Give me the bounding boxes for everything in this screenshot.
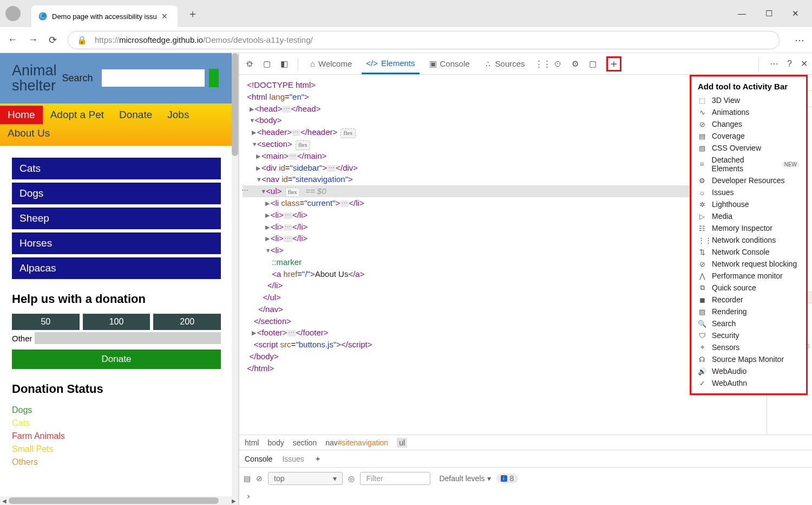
log-level-select[interactable]: Default levels▾	[439, 474, 490, 483]
devtools-activity-bar: ⯐ ▢ ◧ ⌂Welcome </>Elements ▣Console ⛬Sou…	[239, 53, 812, 75]
issues-badge[interactable]: i8	[496, 474, 519, 483]
profile-avatar[interactable]	[5, 6, 21, 21]
more-tools-item-coverage[interactable]: ▤Coverage	[691, 130, 806, 142]
nav-item-about-us[interactable]: About Us	[0, 124, 57, 143]
tool-icon: ✓	[698, 379, 706, 387]
site-navigation: HomeAdopt a PetDonateJobsAbout Us	[0, 103, 233, 146]
console-context-select[interactable]: top▾	[268, 472, 343, 485]
close-tab-icon[interactable]: ✕	[161, 12, 168, 21]
more-tools-item-3d-view[interactable]: ⬚3D View	[691, 94, 806, 106]
device-emulation-icon[interactable]: ▢	[261, 59, 273, 69]
close-window-icon[interactable]: ✕	[792, 9, 799, 18]
more-tools-item-network-request-blocking[interactable]: ⊘Network request blocking	[691, 258, 806, 270]
help-icon[interactable]: ?	[787, 59, 792, 69]
more-tools-item-developer-resources[interactable]: ⚙Developer Resources	[691, 174, 806, 186]
more-tools-item-network-conditions[interactable]: ⋮⋮Network conditions	[691, 234, 806, 246]
tab-title: Demo page with accessibility issu	[52, 12, 157, 21]
tab-console[interactable]: ▣Console	[425, 54, 474, 74]
more-tools-item-css-overview[interactable]: ▧CSS Overview	[691, 142, 806, 154]
window-titlebar: Demo page with accessibility issu ✕ ＋ — …	[0, 0, 812, 27]
more-tools-item-webauthn[interactable]: ✓WebAuthn	[691, 377, 806, 389]
network-icon[interactable]: ⋮⋮	[535, 59, 547, 69]
nav-item-adopt-a-pet[interactable]: Adopt a Pet	[43, 106, 112, 124]
amount-button[interactable]: 100	[83, 314, 150, 330]
more-tools-item-search[interactable]: 🔍Search	[691, 318, 806, 329]
more-tools-item-memory-inspector[interactable]: ☷Memory Inspector	[691, 222, 806, 234]
tab-sources[interactable]: ⛬Sources	[480, 54, 529, 74]
donate-button[interactable]: Donate	[12, 349, 221, 369]
tool-icon: ◼	[698, 296, 706, 304]
more-tools-item-source-maps-monitor[interactable]: ☊Source Maps Monitor	[691, 353, 806, 365]
more-tools-item-security[interactable]: 🛡Security	[691, 329, 806, 341]
browser-tab[interactable]: Demo page with accessibility issu ✕	[31, 5, 178, 27]
status-item: Farm Animals	[12, 430, 221, 443]
nav-item-home[interactable]: Home	[0, 106, 43, 124]
more-tools-item-lighthouse[interactable]: ✲Lighthouse	[691, 198, 806, 210]
tool-icon: ⧉	[698, 283, 706, 292]
amount-button[interactable]: 50	[12, 314, 80, 330]
tab-elements[interactable]: </>Elements	[362, 54, 419, 74]
address-bar[interactable]: 🔒 https://microsoftedge.github.io/Demos/…	[68, 31, 780, 49]
more-tools-item-sensors[interactable]: ⌖Sensors	[691, 341, 806, 353]
more-tools-item-webaudio[interactable]: 🔊WebAudio	[691, 365, 806, 377]
devtools-panel: ⯐ ▢ ◧ ⌂Welcome </>Elements ▣Console ⛬Sou…	[238, 53, 812, 505]
drawer-tab-console[interactable]: Console	[245, 455, 272, 463]
url-path: /Demos/devtools-a11y-testing/	[203, 35, 313, 44]
inspect-icon[interactable]: ⯐	[244, 59, 256, 68]
forward-button[interactable]: →	[28, 34, 38, 46]
back-button[interactable]: ←	[8, 34, 17, 46]
more-tools-item-quick-source[interactable]: ⧉Quick source	[691, 282, 806, 294]
tab-welcome[interactable]: ⌂Welcome	[306, 54, 356, 74]
customize-devtools-icon[interactable]: ⋯	[770, 59, 778, 69]
new-tab-button[interactable]: ＋	[187, 7, 198, 21]
animal-item[interactable]: Dogs	[12, 183, 221, 204]
dom-breadcrumbs[interactable]: html body section nav#sitenavigation ul	[239, 435, 812, 450]
nav-item-jobs[interactable]: Jobs	[160, 106, 197, 124]
performance-icon[interactable]: ⏲	[552, 59, 564, 68]
animal-item[interactable]: Alpacas	[12, 257, 221, 279]
dom-tree[interactable]: <!DOCTYPE html> <html lang="en"> ▶<head>…	[239, 75, 767, 435]
more-tools-item-media[interactable]: ▷Media	[691, 210, 806, 222]
more-tools-item-network-console[interactable]: ⇅Network Console	[691, 246, 806, 258]
more-tools-item-detached-elements[interactable]: ⌗Detached ElementsNEW	[691, 154, 806, 174]
more-tools-item-changes[interactable]: ⊘Changes	[691, 118, 806, 130]
more-tools-item-recorder[interactable]: ◼Recorder	[691, 294, 806, 306]
console-sidebar-toggle-icon[interactable]: ▤	[244, 474, 251, 483]
console-prompt[interactable]: ›	[239, 489, 812, 505]
other-amount-input[interactable]	[35, 332, 221, 344]
browser-menu-button[interactable]: ⋯	[795, 34, 804, 46]
animal-item[interactable]: Sheep	[12, 208, 221, 229]
animal-item[interactable]: Cats	[12, 158, 221, 179]
refresh-button[interactable]: ⟳	[49, 34, 57, 46]
application-icon[interactable]: ▢	[587, 59, 599, 69]
amount-button[interactable]: 200	[153, 314, 221, 330]
tool-icon: ∿	[698, 108, 706, 116]
more-tools-item-issues[interactable]: ☼Issues	[691, 186, 806, 198]
more-tools-item-animations[interactable]: ∿Animations	[691, 106, 806, 118]
nav-item-donate[interactable]: Donate	[112, 106, 160, 124]
close-devtools-icon[interactable]: ✕	[801, 59, 808, 69]
search-button[interactable]	[209, 69, 219, 87]
animal-item[interactable]: Horses	[12, 232, 221, 254]
search-input[interactable]	[102, 69, 205, 87]
vertical-scrollbar[interactable]	[232, 53, 238, 496]
more-tools-button[interactable]: ＋	[606, 56, 621, 72]
more-tools-item-performance-monitor[interactable]: ⋀Performance monitor	[691, 270, 806, 282]
maximize-icon[interactable]: ☐	[765, 9, 772, 18]
tool-icon: ⊘	[698, 120, 706, 128]
tool-icon: ☷	[698, 224, 706, 232]
console-filter-input[interactable]: Filter	[360, 472, 430, 485]
console-settings-icon[interactable]: ◎	[348, 474, 355, 483]
tool-icon: 🛡	[698, 332, 706, 340]
drawer-add-tab-button[interactable]: ＋	[314, 454, 322, 464]
tool-icon: ⋀	[698, 272, 706, 280]
clear-console-icon[interactable]: ⊘	[256, 474, 263, 483]
status-item: Others	[12, 456, 221, 469]
more-tools-item-rendering[interactable]: ▨Rendering	[691, 306, 806, 318]
drawer-tab-issues[interactable]: Issues	[282, 455, 304, 463]
dock-side-icon[interactable]: ◧	[278, 59, 290, 69]
minimize-icon[interactable]: —	[738, 9, 746, 18]
horizontal-scrollbar[interactable]: ◀▶	[0, 496, 238, 505]
url-protocol: https://	[95, 35, 119, 44]
memory-icon[interactable]: ⚙	[569, 59, 581, 69]
